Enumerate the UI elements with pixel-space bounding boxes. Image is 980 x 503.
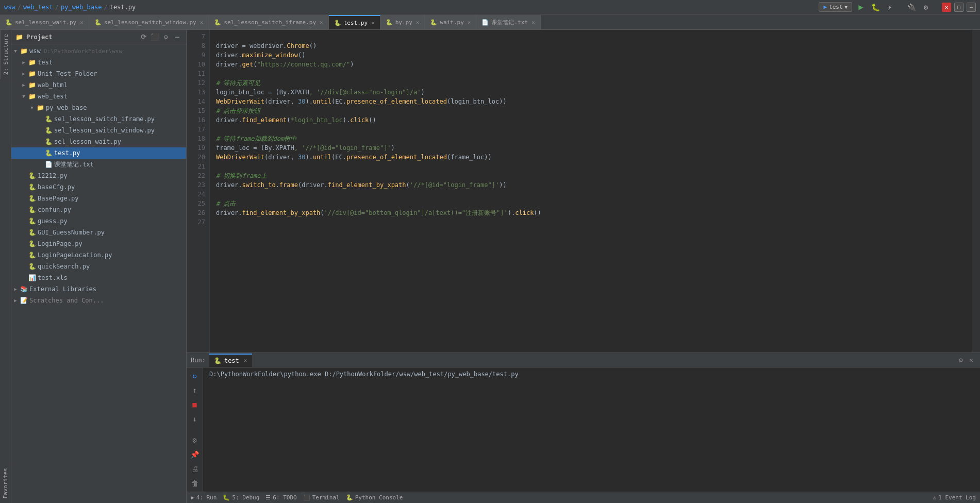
line-num-10: 10 [187, 60, 205, 69]
tree-item-gui-guess[interactable]: ▶ 🐍 GUI_GuessNumber.py [11, 227, 186, 238]
tab-sel-lesson-switch-window[interactable]: 🐍 sel_lesson_switch_window.py ✕ [89, 15, 209, 29]
status-event-log[interactable]: ⚠ 1 Event Log [933, 494, 976, 501]
tree-item-web-test[interactable]: ▼ 📁 web_test [11, 91, 186, 102]
arrow-web-test: ▼ [20, 94, 28, 99]
minimize-panel-button[interactable]: — [173, 32, 182, 42]
tree-item-sel-window[interactable]: ▶ 🐍 sel_lesson_switch_window.py [11, 125, 186, 136]
tab-close-7[interactable]: ✕ [531, 19, 535, 26]
debug-icon: 🐛 [223, 494, 230, 501]
tree-item-test-xls[interactable]: ▶ 📊 test.xls [11, 272, 186, 283]
tab-close-5[interactable]: ✕ [416, 19, 420, 26]
run-config-arrow: ▼ [845, 5, 848, 10]
tree-item-web-html[interactable]: ▶ 📁 web_html [11, 79, 186, 91]
tab-sel-lesson-switch-iframe[interactable]: 🐍 sel_lesson_switch_iframe.py ✕ [209, 15, 328, 29]
sync-button[interactable]: ⟳ [139, 32, 148, 42]
tree-item-unit-test[interactable]: ▶ 📁 Unit_Test_Folder [11, 68, 186, 79]
tab-label-5: by.py [395, 19, 412, 26]
settings-button[interactable]: ⚙ [161, 32, 171, 42]
line-num-19: 19 [187, 143, 205, 153]
tree-item-quicksearch[interactable]: ▶ 🐍 quickSearch.py [11, 261, 186, 272]
status-build[interactable]: ▶ 4: Run [191, 494, 217, 501]
tab-close-2[interactable]: ✕ [200, 19, 204, 26]
profile-button[interactable]: ⚡ [884, 2, 895, 13]
run-tab-close[interactable]: ✕ [244, 357, 247, 364]
panel-close-btn[interactable]: ✕ [967, 356, 976, 365]
run-scroll-up-btn[interactable]: ↑ [189, 384, 201, 396]
tab-icon-7: 📄 [481, 19, 489, 26]
tree-item-loginpagelocation[interactable]: ▶ 🐍 LoginPageLocation.py [11, 249, 186, 261]
run-pinned-btn[interactable]: 📌 [189, 448, 201, 461]
breadcrumb-wsw[interactable]: wsw [4, 4, 15, 11]
code-editor[interactable]: 7 8 9 10 11 12 13 14 15 16 17 18 19 20 2… [187, 30, 980, 353]
tab-test-py[interactable]: 🐍 test.py ✕ [329, 15, 380, 29]
line-num-20: 20 [187, 153, 205, 162]
code-line-21 [216, 162, 972, 171]
code-line-27 [216, 217, 972, 227]
window-minimize-button[interactable]: — [967, 3, 976, 12]
debug-button[interactable]: 🐛 [870, 2, 881, 13]
run-config[interactable]: ▶ test ▼ [819, 2, 852, 12]
favorites-tab[interactable]: Favorites [0, 464, 11, 503]
plugin-icon1[interactable]: 🔌 [906, 2, 917, 13]
run-trash-btn[interactable]: 🗑 [189, 477, 201, 490]
collapse-all-button[interactable]: ⬛ [150, 32, 159, 42]
window-maximize-button[interactable]: □ [954, 3, 964, 12]
tab-close-3[interactable]: ✕ [320, 19, 323, 26]
run-restart-btn[interactable]: ↻ [189, 370, 201, 382]
tree-item-external-libs[interactable]: ▶ 📚 External Libraries [11, 283, 186, 295]
tree-item-test[interactable]: ▶ 📁 test [11, 57, 186, 68]
tree-item-ketang[interactable]: ▶ 📄 课堂笔记.txt [11, 159, 186, 170]
favorites-label: Favorites [2, 468, 9, 499]
bottom-panel-actions: ⚙ ✕ [956, 356, 976, 365]
tree-label-test-py: test.py [54, 149, 80, 157]
breadcrumb-py-web-base[interactable]: py_web_base [61, 4, 102, 11]
code-line-14: WebDriverWait(driver, 30).until(EC.prese… [216, 97, 972, 106]
run-print-btn[interactable]: 🖨 [189, 463, 201, 475]
breadcrumb-web-test[interactable]: web_test [23, 4, 53, 11]
window-close-button[interactable]: ✕ [942, 3, 951, 12]
tab-close-6[interactable]: ✕ [468, 19, 471, 26]
status-terminal[interactable]: ⬛ Terminal [303, 494, 340, 501]
panel-settings-btn[interactable]: ⚙ [956, 356, 966, 365]
tab-close-1[interactable]: ✕ [80, 19, 84, 26]
status-debug[interactable]: 🐛 5: Debug [223, 494, 259, 501]
code-content[interactable]: driver = webdriver.Chrome() driver.maxim… [210, 30, 972, 353]
xls-icon-test: 📊 [28, 274, 36, 281]
tab-wait-py[interactable]: 🐍 wait.py ✕ [425, 15, 476, 29]
run-scroll-down-btn[interactable]: ↓ [189, 413, 201, 425]
run-tab-test[interactable]: 🐍 test ✕ [209, 354, 253, 367]
tree-item-sel-wait[interactable]: ▶ 🐍 sel_lesson_wait.py [11, 136, 186, 147]
arrow-web-html: ▶ [20, 82, 28, 88]
py-icon-guess: 🐍 [28, 217, 36, 225]
tree-item-12212[interactable]: ▶ 🐍 12212.py [11, 170, 186, 181]
tree-label-basepage: BasePage.py [38, 195, 78, 202]
project-header-label: Project [26, 33, 53, 41]
status-todo[interactable]: ☰ 6: TODO [265, 494, 296, 501]
tree-item-wsw[interactable]: ▼ 📁 wsw D:\PythonWorkFolder\wsw [11, 45, 186, 57]
run-stop-btn[interactable]: ■ [189, 398, 201, 411]
tree-item-confun[interactable]: ▶ 🐍 confun.py [11, 204, 186, 215]
tree-item-test-py[interactable]: ▶ 🐍 test.py [11, 147, 186, 159]
py-icon-test: 🐍 [44, 149, 53, 157]
tab-by-py[interactable]: 🐍 by.py ✕ [380, 15, 425, 29]
tree-item-loginpage[interactable]: ▶ 🐍 LoginPage.py [11, 238, 186, 249]
tab-close-4[interactable]: ✕ [371, 20, 375, 26]
tree-item-guess[interactable]: ▶ 🐍 guess.py [11, 215, 186, 227]
tree-item-basepage[interactable]: ▶ 🐍 BasePage.py [11, 193, 186, 204]
title-bar: wsw / web_test / py_web_base / test.py ▶… [0, 0, 980, 14]
tree-item-basecfg[interactable]: ▶ 🐍 baseCfg.py [11, 181, 186, 193]
folder-icon-web-test: 📁 [28, 93, 36, 100]
run-settings2-btn[interactable]: ⚙ [189, 434, 201, 446]
folder-icon-unit-test: 📁 [28, 70, 36, 77]
tree-label-scratches: Scratches and Con... [29, 297, 104, 304]
tab-ketang-txt[interactable]: 📄 课堂笔记.txt ✕ [476, 15, 540, 29]
tab-sel-lesson-wait[interactable]: 🐍 sel_lesson_wait.py ✕ [0, 15, 89, 29]
tree-item-py-web-base[interactable]: ▼ 📁 py_web_base [11, 102, 186, 113]
tree-item-sel-iframe[interactable]: ▶ 🐍 sel_lesson_switch_iframe.py [11, 113, 186, 125]
structure-tab[interactable]: 2: Structure [0, 30, 11, 79]
tree-item-scratches[interactable]: ▶ 📝 Scratches and Con... [11, 295, 186, 306]
tree-label-ketang: 课堂笔记.txt [54, 160, 94, 169]
status-python-console[interactable]: 🐍 Python Console [346, 494, 403, 501]
plugin-icon2[interactable]: ⚙ [920, 2, 932, 13]
run-button[interactable]: ▶ [855, 2, 867, 13]
